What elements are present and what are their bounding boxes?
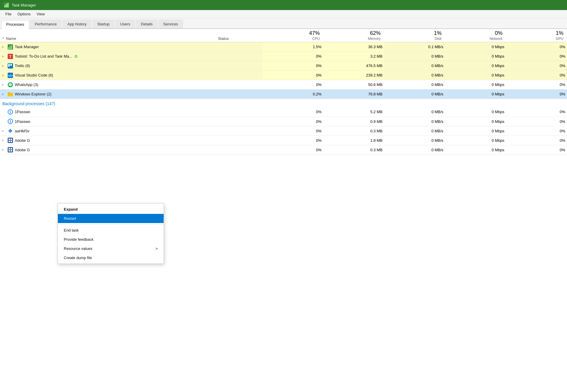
tab-startup[interactable]: Startup xyxy=(92,19,115,28)
tab-bar: Processes Performance App history Startu… xyxy=(0,18,567,29)
tab-users[interactable]: Users xyxy=(115,19,135,28)
process-disk: 0.1 MB/s xyxy=(384,42,445,52)
table-row[interactable]: > Trello (9) 0% 476.5 MB 0 MB/s 0 Mbps 0… xyxy=(0,61,567,71)
context-menu-item-label: Expand xyxy=(64,207,78,212)
svg-rect-11 xyxy=(8,64,10,67)
process-name-cell: 1 1Passwo xyxy=(0,117,216,126)
section-header-background: Background processes (147) xyxy=(0,99,567,108)
context-menu-separator xyxy=(58,224,164,225)
process-name-cell: > Adobe G xyxy=(0,145,216,154)
process-network: 0 Mbps xyxy=(445,61,506,71)
svg-rect-32 xyxy=(11,148,12,149)
context-menu-item-provide-feedback[interactable]: Provide feedback xyxy=(58,235,164,244)
process-icon xyxy=(8,138,13,143)
col-header-memory[interactable]: 62% Memory xyxy=(323,29,384,42)
tab-app-history[interactable]: App history xyxy=(62,19,92,28)
context-menu-item-restart[interactable]: Restart xyxy=(58,214,164,223)
process-memory: 0.9 MB xyxy=(323,117,384,126)
svg-rect-24 xyxy=(8,129,12,133)
process-gpu: 0% xyxy=(506,71,567,80)
process-network: 0 Mbps xyxy=(445,71,506,80)
window-title: Task Manager xyxy=(12,3,36,7)
process-network: 0 Mbps xyxy=(445,80,506,90)
process-status xyxy=(216,107,263,117)
table-row[interactable]: > Adobe G 0% 1.8 MB 0 MB/s 0 Mbps 0% xyxy=(0,136,567,145)
table-row[interactable]: > Adobe G 0% 0.3 MB 0 MB/s 0 Mbps 0% xyxy=(0,145,567,154)
table-row[interactable]: 1 1Passwo 0% 0.9 MB 0 MB/s 0 Mbps 0% xyxy=(0,117,567,126)
context-menu-item-create-dump-file[interactable]: Create dump file xyxy=(58,253,164,262)
svg-text:</>: </> xyxy=(8,74,13,77)
col-header-name[interactable]: ^ Name xyxy=(0,29,216,42)
expand-arrow[interactable]: > xyxy=(2,45,6,49)
table-row[interactable]: 1 1Passwo 0% 5.2 MB 0 MB/s 0 Mbps 0% xyxy=(0,107,567,117)
process-memory: 476.5 MB xyxy=(323,61,384,71)
process-title: Visual Studio Code (6) xyxy=(15,73,53,77)
process-cpu: 0% xyxy=(263,117,323,126)
process-status xyxy=(216,52,263,61)
expand-arrow[interactable]: > xyxy=(2,148,6,152)
submenu-arrow-icon: > xyxy=(155,246,158,251)
col-header-network[interactable]: 0% Network xyxy=(445,29,506,42)
svg-rect-7 xyxy=(11,45,12,49)
svg-rect-1 xyxy=(4,5,6,7)
process-icon xyxy=(8,44,13,50)
context-menu-item-resource-values[interactable]: Resource values > xyxy=(58,244,164,253)
process-cpu: 0.2% xyxy=(263,90,323,99)
expand-arrow[interactable]: > xyxy=(2,139,6,142)
svg-text:💬: 💬 xyxy=(8,83,12,87)
context-menu-item-expand[interactable]: Expand xyxy=(58,205,164,214)
process-cpu: 0% xyxy=(263,80,323,90)
process-disk: 0 MB/s xyxy=(384,90,445,99)
svg-rect-28 xyxy=(9,141,10,142)
expand-arrow[interactable]: > xyxy=(2,74,6,77)
col-header-cpu[interactable]: 47% CPU xyxy=(263,29,323,42)
tab-details[interactable]: Details xyxy=(136,19,158,28)
process-memory: 3.2 MB xyxy=(323,52,384,61)
col-header-disk[interactable]: 1% Disk xyxy=(384,29,445,42)
process-disk: 0 MB/s xyxy=(384,126,445,136)
menu-view[interactable]: View xyxy=(34,11,48,17)
process-name-cell: > Windows Explorer (2) xyxy=(0,90,216,99)
svg-rect-6 xyxy=(10,46,11,49)
table-row[interactable]: > aaHMSv 0% 0.3 MB 0 MB/s 0 Mbps 0% xyxy=(0,126,567,136)
table-row[interactable]: > 💬 WhatsApp (3) 0% 50.6 MB 0 MB/s 0 Mbp… xyxy=(0,80,567,90)
process-cpu: 0% xyxy=(263,61,323,71)
expand-arrow[interactable]: > xyxy=(2,55,6,58)
tab-processes[interactable]: Processes xyxy=(1,20,29,29)
process-icon xyxy=(8,63,13,69)
expand-arrow[interactable]: > xyxy=(2,64,6,68)
process-cpu: 0% xyxy=(263,136,323,145)
process-icon: 1 xyxy=(8,119,13,124)
process-title: 1Passwo xyxy=(15,110,30,114)
process-name-cell: > T Todoist: To-Do List and Task Ma... ♻ xyxy=(0,52,216,61)
process-gpu: 0% xyxy=(506,107,567,117)
menu-options[interactable]: Options xyxy=(14,11,34,17)
menu-file[interactable]: File xyxy=(2,11,14,17)
svg-rect-19 xyxy=(8,92,10,93)
svg-rect-30 xyxy=(8,147,13,152)
process-title: Task Manager xyxy=(15,45,39,49)
process-network: 0 Mbps xyxy=(445,136,506,145)
process-memory: 36.3 MB xyxy=(323,42,384,52)
svg-text:T: T xyxy=(9,55,12,59)
context-menu-item-end-task[interactable]: End task xyxy=(58,226,164,235)
table-row[interactable]: > T Todoist: To-Do List and Task Ma... ♻… xyxy=(0,52,567,61)
expand-arrow[interactable]: > xyxy=(2,92,6,96)
process-title: Windows Explorer (2) xyxy=(15,92,51,96)
process-name-cell: > 💬 WhatsApp (3) xyxy=(0,80,216,90)
table-row[interactable]: > Windows Explorer (2) 0.2% 76.8 MB 0 MB… xyxy=(0,90,567,99)
tab-services[interactable]: Services xyxy=(158,19,183,28)
col-header-status[interactable]: Status xyxy=(216,29,263,42)
expand-arrow[interactable]: > xyxy=(2,83,6,87)
table-row[interactable]: > </> Visual Studio Code (6) 0% 239.2 MB… xyxy=(0,71,567,80)
tab-performance[interactable]: Performance xyxy=(30,19,62,28)
expand-arrow[interactable]: > xyxy=(2,129,6,133)
sort-arrow: ^ xyxy=(2,36,4,41)
process-icon: T xyxy=(8,54,13,59)
col-header-gpu[interactable]: 1% GPU xyxy=(506,29,567,42)
process-name-cell: > Trello (9) xyxy=(0,61,216,71)
process-gpu: 0% xyxy=(506,145,567,154)
process-memory: 239.2 MB xyxy=(323,71,384,80)
process-disk: 0 MB/s xyxy=(384,145,445,154)
table-row[interactable]: > Task Manager 1.5% 36.3 MB 0.1 MB/s 0 M… xyxy=(0,42,567,52)
